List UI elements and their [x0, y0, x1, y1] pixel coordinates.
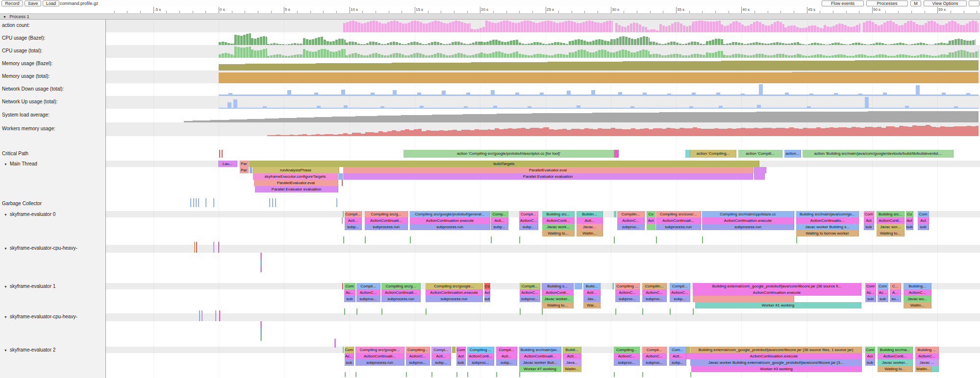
sidebar-item-cpu-usage-total[interactable]: CPU usage (total):	[2, 48, 42, 53]
main-thread-slice[interactable]: Par	[240, 161, 249, 167]
sidebar-item-action-count[interactable]: action count:	[2, 23, 30, 28]
skyframe-evaluator-1-slice[interactable]: ActionContinuation.execute	[426, 289, 483, 296]
skyframe-evaluator-2-slice[interactable]: Building src/ma...	[878, 347, 913, 353]
skyframe-evaluator-0-slice[interactable]: subprocess.run	[410, 224, 490, 230]
skyframe-evaluator-1-slice[interactable]: Waitin...	[904, 302, 931, 308]
skyframe-evaluator-1-slice[interactable]: Javac worker...	[542, 296, 574, 302]
skyframe-evaluator-cpu-heavy-2-slice[interactable]	[260, 328, 262, 334]
main-thread-slice[interactable]	[754, 173, 765, 180]
skyframe-evaluator-1-slice[interactable]: sub	[484, 296, 490, 302]
skyframe-evaluator-2-slice[interactable]: Com...	[669, 347, 686, 353]
skyframe-evaluator-1-slice[interactable]: Co	[484, 283, 490, 289]
skyframe-evaluator-0-slice[interactable]: sub	[918, 224, 929, 230]
skyframe-evaluator-cpu-heavy-2-slice[interactable]	[260, 334, 262, 341]
toolbar-button-flow-events[interactable]: Flow events	[822, 0, 864, 6]
skyframe-evaluator-2-slice[interactable]	[467, 372, 468, 377]
sidebar-item-memory-usage-total[interactable]: Memory usage (total):	[2, 73, 50, 79]
skyframe-evaluator-2-slice[interactable]: sub	[345, 359, 354, 366]
skyframe-evaluator-1-slice[interactable]	[693, 308, 694, 315]
collapse-arrow-icon[interactable]: ▼	[3, 15, 6, 19]
skyframe-evaluator-2-slice[interactable]	[406, 372, 407, 377]
skyframe-evaluator-2-slice[interactable]: Act	[865, 353, 875, 359]
skyframe-evaluator-2-slice[interactable]: subproc...	[467, 359, 494, 366]
skyframe-evaluator-2-slice[interactable]	[642, 372, 643, 377]
skyframe-evaluator-2-slice[interactable]: ActionC...	[915, 353, 939, 359]
skyframe-evaluator-2-slice[interactable]: ActionC...	[614, 353, 640, 359]
skyframe-evaluator-2-slice[interactable]: ActionContinuation.execute	[686, 353, 862, 359]
main-thread-slice[interactable]: runAnalysisPhase	[252, 167, 339, 173]
skyframe-evaluator-2-slice[interactable]: Acti...	[431, 353, 451, 359]
skyframe-evaluator-0-slice[interactable]	[410, 236, 411, 243]
skyframe-evaluator-1-slice[interactable]: Com	[865, 283, 876, 289]
toolbar-button-view-options[interactable]: View Options	[924, 0, 967, 6]
skyframe-evaluator-1-slice[interactable]: Building external/com_google_protobuf/ja…	[693, 283, 861, 289]
skyframe-evaluator-0-slice[interactable]	[656, 236, 657, 243]
skyframe-evaluator-2-slice[interactable]: subproc...	[614, 359, 640, 366]
skyframe-evaluator-1-slice[interactable]: Act	[484, 289, 490, 296]
skyframe-evaluator-0-slice[interactable]: subprocess.run	[656, 224, 701, 230]
toolbar-button-record[interactable]: Record	[1, 0, 23, 6]
skyframe-evaluator-2-slice[interactable]: Compiling src/google...	[355, 347, 404, 353]
garbage-collector-slice[interactable]	[336, 198, 337, 207]
skyframe-evaluator-2-slice[interactable]: Buildi...	[563, 347, 581, 353]
skyframe-evaluator-2-slice[interactable]: Com	[456, 347, 466, 353]
skyframe-evaluator-1-slice[interactable]: ActionC...	[520, 289, 540, 296]
skyframe-evaluator-2-slice[interactable]: Javac worker Building external/com_googl…	[690, 359, 862, 366]
skyframe-evaluator-2-slice[interactable]: subproc...	[406, 359, 430, 366]
skyframe-evaluator-1-slice[interactable]	[575, 283, 582, 289]
toolbar-button-m[interactable]: M	[910, 0, 921, 6]
skyframe-evaluator-0-slice[interactable]: subp...	[491, 224, 508, 230]
skyframe-evaluator-1-slice[interactable]: Build...	[583, 283, 601, 289]
skyframe-evaluator-0-slice[interactable]: Act	[864, 217, 874, 224]
skyframe-evaluator-2-slice[interactable]: ActionC...	[406, 353, 430, 359]
skyframe-evaluator-1-slice[interactable]: ActionContinuati...	[381, 289, 421, 296]
skyframe-evaluator-0-slice[interactable]	[519, 236, 520, 243]
skyframe-evaluator-0-slice[interactable]: Compil...	[345, 211, 362, 217]
skyframe-evaluator-2-slice[interactable]: Waiting to...	[878, 366, 913, 372]
skyframe-evaluator-1-slice[interactable]: Compiling src/g...	[381, 283, 421, 289]
critical-path-slice[interactable]	[222, 150, 223, 158]
skyframe-evaluator-cpu-heavy-1-slice[interactable]	[260, 253, 262, 260]
skyframe-evaluator-2-slice[interactable]: Compiling ...	[467, 347, 494, 353]
skyframe-evaluator-0-slice[interactable]: ActionConti...	[877, 217, 905, 224]
skyframe-evaluator-1-slice[interactable]	[615, 308, 616, 315]
sidebar-item-garbage-collector[interactable]: Garbage Collector	[2, 201, 42, 206]
skyframe-evaluator-cpu-heavy-1-slice[interactable]	[260, 260, 262, 266]
skyframe-evaluator-1-slice[interactable]: subproc...	[642, 296, 667, 302]
skyframe-evaluator-2-slice[interactable]: subp...	[431, 359, 451, 366]
time-ruler[interactable]: -5 s0 s5 s10 s15 s20 s25 s30 s35 s40 s45…	[0, 7, 980, 13]
skyframe-evaluator-2-slice[interactable]: Acti...	[669, 353, 686, 359]
skyframe-evaluator-2-slice[interactable]	[345, 372, 346, 377]
skyframe-evaluator-1-slice[interactable]: Ac...	[878, 289, 888, 296]
skyframe-evaluator-1-slice[interactable]: Compiling src/google...	[426, 283, 483, 289]
skyframe-evaluator-2-slice[interactable]: ActionC...	[642, 353, 667, 359]
skyframe-evaluator-2-slice[interactable]	[690, 372, 691, 377]
skyframe-evaluator-2-slice[interactable]: subp...	[669, 359, 686, 366]
skyframe-evaluator-cpu-heavy-2-slice[interactable]	[260, 321, 262, 328]
skyframe-evaluator-2-slice[interactable]: subprocess.run	[355, 359, 404, 366]
expand-arrow-icon[interactable]: ▼	[4, 163, 7, 166]
skyframe-evaluator-cpu-heavy-1-slice[interactable]	[260, 266, 262, 272]
skyframe-evaluator-1-slice[interactable]: Ac...	[344, 289, 355, 296]
garbage-collector-slice[interactable]	[272, 198, 273, 207]
skyframe-evaluator-0-slice[interactable]: Act	[918, 217, 929, 224]
skyframe-evaluator-0-slice[interactable]: Acti...	[577, 217, 603, 224]
skyframe-evaluator-1-slice[interactable]: Compil...	[356, 283, 380, 289]
skyframe-evaluator-0-slice[interactable]: Compiling src/main/cpp/blaze.cc	[702, 211, 794, 217]
skyframe-evaluator-1-slice[interactable]: subprocess.run	[426, 296, 483, 302]
skyframe-evaluator-1-slice[interactable]	[344, 308, 345, 315]
garbage-collector-slice[interactable]	[205, 198, 206, 207]
skyframe-evaluator-0-slice[interactable]: ActionContinuati...	[656, 217, 701, 224]
skyframe-evaluator-0-slice[interactable]: Compil...	[519, 211, 538, 217]
skyframe-evaluator-cpu-heavy-2-slice[interactable]	[219, 310, 220, 321]
skyframe-evaluator-1-slice[interactable]: sub	[878, 296, 888, 302]
skyframe-evaluator-1-slice[interactable]	[426, 308, 427, 315]
skyframe-evaluator-2-slice[interactable]: Worker #7 working	[519, 366, 561, 372]
skyframe-evaluator-0-slice[interactable]: Javac worker Building s...	[796, 224, 859, 230]
skyframe-evaluator-0-slice[interactable]	[702, 236, 703, 243]
sidebar-item-network-down-usage-total[interactable]: Network Down usage (total):	[2, 86, 64, 92]
skyframe-evaluator-2-slice[interactable]: Building external/com_google_protobuf/ja…	[690, 347, 862, 353]
skyframe-evaluator-0-slice[interactable]	[614, 211, 616, 217]
skyframe-evaluator-0-slice[interactable]: subp...	[519, 224, 538, 230]
skyframe-evaluator-2-slice[interactable]	[452, 347, 455, 353]
